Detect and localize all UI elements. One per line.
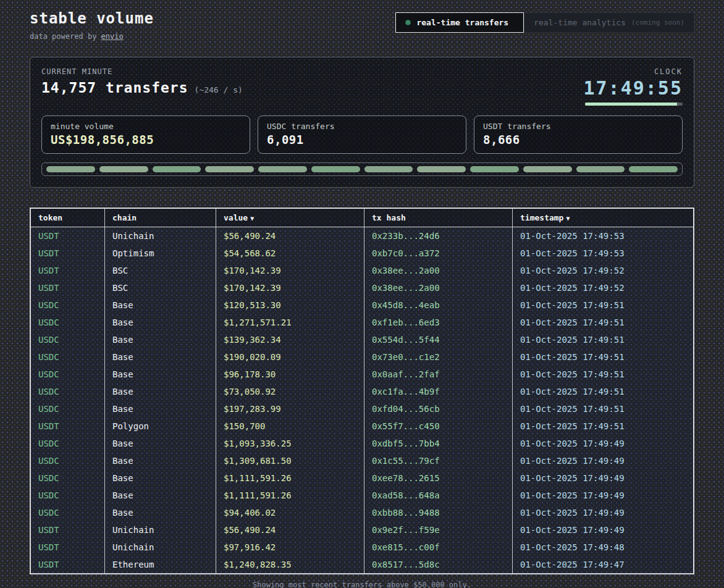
cell-token: USDT xyxy=(31,227,105,245)
cell-tx-hash-link[interactable]: 0xbb88...9488 xyxy=(364,504,513,521)
powered-by: data powered by envio xyxy=(30,32,154,41)
volume-segment xyxy=(46,166,95,172)
column-header[interactable]: token xyxy=(31,209,105,227)
stat-card-value: US$198,856,885 xyxy=(51,133,241,146)
cell-tx-hash-link[interactable]: 0x1c55...79cf xyxy=(364,452,513,469)
cell-chain: BSC xyxy=(105,262,216,279)
cell-tx-hash-link[interactable]: 0xc1fa...4b9f xyxy=(364,383,513,400)
cell-timestamp: 01-Oct-2025 17:49:52 xyxy=(513,279,693,296)
cell-tx-hash-link[interactable]: 0x73e0...c1e2 xyxy=(364,348,513,366)
cell-chain: Base xyxy=(105,504,216,521)
cell-tx-hash-link[interactable]: 0xad58...648a xyxy=(364,487,513,504)
cell-chain: Base xyxy=(105,469,216,487)
envio-link[interactable]: envio xyxy=(101,32,124,41)
table-header: token chain value▼ tx hash timestamp▼ xyxy=(31,209,693,227)
cell-token: USDT xyxy=(31,262,105,279)
cell-value: $1,271,571.21 xyxy=(216,314,364,331)
cell-chain: Optimism xyxy=(105,245,216,262)
cell-token: USDC xyxy=(31,504,105,521)
table-row: USDC Base $1,093,336.25 0xdbf5...7bb4 01… xyxy=(31,435,693,452)
cell-value: $56,490.24 xyxy=(216,521,364,539)
column-header[interactable]: value▼ xyxy=(216,209,364,227)
cell-chain: Base xyxy=(105,452,216,469)
cell-timestamp: 01-Oct-2025 17:49:51 xyxy=(513,366,693,383)
app-title: stable volume xyxy=(30,10,154,27)
cell-tx-hash-link[interactable]: 0x38ee...2a00 xyxy=(364,262,513,279)
cell-token: USDC xyxy=(31,469,105,487)
cell-tx-hash-link[interactable]: 0xdbf5...7bb4 xyxy=(364,435,513,452)
cell-tx-hash-link[interactable]: 0x554d...5f44 xyxy=(364,331,513,348)
table-row: USDT Polygon $150,700 0x55f7...c450 01-O… xyxy=(31,418,693,435)
cell-timestamp: 01-Oct-2025 17:49:53 xyxy=(513,245,693,262)
transfers-rate: (~246 / s) xyxy=(195,85,243,94)
cell-value: $120,513.30 xyxy=(216,296,364,314)
table-row: USDC Base $190,020.09 0x73e0...c1e2 01-O… xyxy=(31,348,693,366)
cell-tx-hash-link[interactable]: 0xe815...c00f xyxy=(364,539,513,556)
cell-tx-hash-link[interactable]: 0x8517...5d8c xyxy=(364,556,513,573)
cell-timestamp: 01-Oct-2025 17:49:52 xyxy=(513,262,693,279)
cell-token: USDC xyxy=(31,314,105,331)
cell-tx-hash-link[interactable]: 0xfd04...56cb xyxy=(364,400,513,418)
table-row: USDT Unichain $97,916.42 0xe815...c00f 0… xyxy=(31,539,693,556)
cell-chain: Unichain xyxy=(105,539,216,556)
table-row: USDC Base $197,283.99 0xfd04...56cb 01-O… xyxy=(31,400,693,418)
cell-tx-hash-link[interactable]: 0x55f7...c450 xyxy=(364,418,513,435)
volume-segment xyxy=(205,166,254,172)
tab[interactable]: real-time transfers xyxy=(395,12,524,33)
cell-token: USDT xyxy=(31,539,105,556)
cell-token: USDC xyxy=(31,331,105,348)
column-header[interactable]: chain xyxy=(105,209,216,227)
clock-time: 17:49:55 xyxy=(584,77,683,99)
cell-tx-hash-link[interactable]: 0x9e2f...f59e xyxy=(364,521,513,539)
table-row: USDT Ethereum $1,240,828.35 0x8517...5d8… xyxy=(31,556,693,573)
stat-card-value: 6,091 xyxy=(267,133,457,146)
column-header-label: timestamp xyxy=(520,213,563,222)
sort-arrow-icon: ▼ xyxy=(250,215,254,222)
cell-value: $1,111,591.26 xyxy=(216,487,364,504)
column-header[interactable]: timestamp▼ xyxy=(513,209,693,227)
table-row: USDT Unichain $56,490.24 0x233b...24d6 0… xyxy=(31,227,693,245)
transfers-table: token chain value▼ tx hash timestamp▼ US… xyxy=(30,208,694,574)
cell-tx-hash-link[interactable]: 0x0aaf...2faf xyxy=(364,366,513,383)
tab[interactable]: real-time analytics (coming soon) xyxy=(524,12,694,33)
cell-token: USDT xyxy=(31,521,105,539)
cell-timestamp: 01-Oct-2025 17:49:53 xyxy=(513,227,693,245)
cell-tx-hash-link[interactable]: 0x233b...24d6 xyxy=(364,227,513,245)
cell-value: $94,406.02 xyxy=(216,504,364,521)
table-row: USDC Base $1,271,571.21 0xf1eb...6ed3 01… xyxy=(31,314,693,331)
cell-tx-hash-link[interactable]: 0x38ee...2a00 xyxy=(364,279,513,296)
table-row: USDT BSC $170,142.39 0x38ee...2a00 01-Oc… xyxy=(31,262,693,279)
cell-timestamp: 01-Oct-2025 17:49:49 xyxy=(513,469,693,487)
cell-timestamp: 01-Oct-2025 17:49:51 xyxy=(513,383,693,400)
tab-suffix: (coming soon) xyxy=(631,19,684,27)
cell-timestamp: 01-Oct-2025 17:49:49 xyxy=(513,521,693,539)
transfers-count: 14,757 transfers xyxy=(41,80,188,96)
volume-segment xyxy=(153,166,201,172)
table-row: USDC Base $139,362.34 0x554d...5f44 01-O… xyxy=(31,331,693,348)
column-header[interactable]: tx hash xyxy=(364,209,513,227)
table-row: USDT BSC $170,142.39 0x38ee...2a00 01-Oc… xyxy=(31,279,693,296)
volume-segment xyxy=(629,166,678,172)
cell-value: $190,020.09 xyxy=(216,348,364,366)
table-row: USDC Base $1,111,591.26 0xee78...2615 01… xyxy=(31,469,693,487)
cell-chain: Base xyxy=(105,331,216,348)
cell-tx-hash-link[interactable]: 0xf1eb...6ed3 xyxy=(364,314,513,331)
powered-by-text: data powered by xyxy=(30,32,96,41)
clock-progress-bar xyxy=(585,103,683,106)
volume-segment xyxy=(311,166,360,172)
cell-token: USDC xyxy=(31,435,105,452)
cell-tx-hash-link[interactable]: 0xb7c0...a372 xyxy=(364,245,513,262)
cell-token: USDC xyxy=(31,348,105,366)
cell-token: USDC xyxy=(31,366,105,383)
cell-tx-hash-link[interactable]: 0x45d8...4eab xyxy=(364,296,513,314)
cell-chain: Base xyxy=(105,296,216,314)
cell-tx-hash-link[interactable]: 0xee78...2615 xyxy=(364,469,513,487)
page: stable volume data powered by envio real… xyxy=(0,0,724,588)
volume-segment xyxy=(417,166,466,172)
table-row: USDC Base $73,050.92 0xc1fa...4b9f 01-Oc… xyxy=(31,383,693,400)
cell-timestamp: 01-Oct-2025 17:49:51 xyxy=(513,296,693,314)
cell-value: $1,309,681.50 xyxy=(216,452,364,469)
cell-value: $1,240,828.35 xyxy=(216,556,364,573)
cell-token: USDC xyxy=(31,400,105,418)
cell-timestamp: 01-Oct-2025 17:49:49 xyxy=(513,487,693,504)
